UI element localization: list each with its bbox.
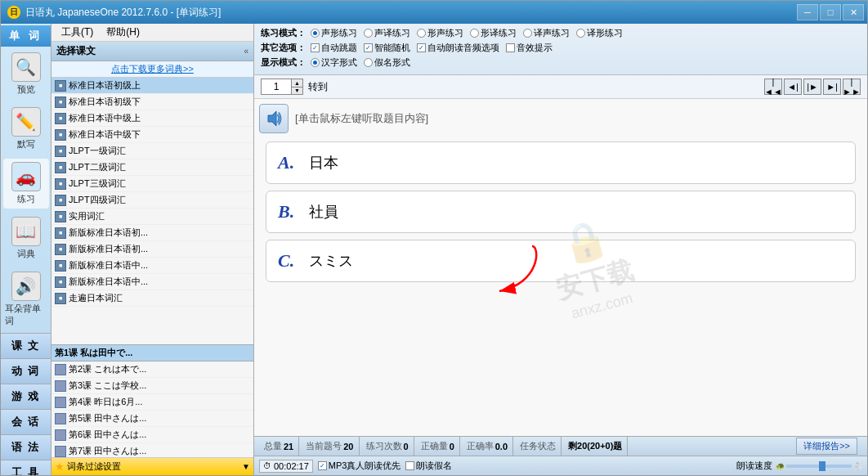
- sidebar-item-preview[interactable]: 🔍 预览: [3, 49, 49, 99]
- mode-trans-form-radio[interactable]: [576, 29, 585, 38]
- sidebar-item-conversation[interactable]: 会 话: [1, 409, 51, 434]
- mp3-checkbox[interactable]: [318, 461, 327, 470]
- opt-sound-effect[interactable]: 音效提示: [506, 42, 553, 54]
- menu-tools[interactable]: 工具(T): [55, 24, 100, 41]
- maximize-button[interactable]: □: [820, 4, 841, 20]
- sidebar-item-listening[interactable]: 🔊 耳朵背单词: [3, 268, 49, 330]
- course-item[interactable]: ■ JLPT一级词汇: [51, 143, 253, 159]
- mode-trans-voice[interactable]: 译声练习: [523, 27, 570, 39]
- mode-hearing[interactable]: 声形练习: [311, 27, 357, 39]
- collapse-button[interactable]: «: [244, 47, 248, 56]
- mp3-option[interactable]: MP3真人朗读优先: [318, 460, 401, 472]
- speed-control: 朗读速度 🐢 🐇: [736, 460, 862, 472]
- spinner-down[interactable]: ▼: [291, 88, 302, 95]
- course-item[interactable]: ■ 新版标准日本语初...: [51, 241, 253, 258]
- course-item[interactable]: ■ 新版标准日本语中...: [51, 258, 253, 274]
- opt-sound-effect-label: 音效提示: [517, 42, 553, 54]
- course-item[interactable]: ■ 标准日本语中级下: [51, 127, 253, 143]
- display-kanji-radio[interactable]: [311, 58, 320, 67]
- sidebar-item-lesson[interactable]: 课 文: [1, 333, 51, 358]
- menu-help[interactable]: 帮助(H): [100, 24, 146, 41]
- opt-smart-random[interactable]: 智能随机: [364, 42, 410, 54]
- sidebar-item-grammar[interactable]: 语 法: [1, 434, 51, 460]
- mode-hearing-radio[interactable]: [311, 29, 320, 38]
- course-item[interactable]: ■ 标准日本语中级上: [51, 110, 253, 127]
- mode-form[interactable]: 形译练习: [470, 27, 517, 39]
- mode-form-voice-radio[interactable]: [417, 29, 426, 38]
- choice-c[interactable]: C. スミス: [266, 240, 856, 282]
- practice-icon: 🚗: [11, 162, 41, 191]
- choice-c-letter: C.: [278, 250, 301, 272]
- download-link[interactable]: 点击下载更多词典>>: [51, 61, 253, 78]
- read-name-checkbox[interactable]: [405, 461, 414, 470]
- choice-b[interactable]: B. 社員: [266, 191, 856, 233]
- preview-label: 预览: [17, 83, 35, 96]
- choice-b-text: 社員: [309, 202, 338, 222]
- course-item[interactable]: ■ JLPT二级词汇: [51, 159, 253, 176]
- course-item[interactable]: ■ 新版标准日本语初...: [51, 225, 253, 241]
- mode-voice-trans[interactable]: 声译练习: [364, 27, 410, 39]
- mode-form-radio[interactable]: [470, 29, 479, 38]
- display-label: 显示模式：: [261, 56, 306, 69]
- sidebar-item-tools[interactable]: 工 具: [1, 460, 51, 475]
- nav-next-button[interactable]: |►: [803, 79, 821, 95]
- speaker-button[interactable]: [259, 104, 289, 133]
- display-kana[interactable]: 假名形式: [364, 56, 410, 69]
- opt-auto-jump-checkbox[interactable]: [311, 43, 320, 52]
- dictation-label: 默写: [17, 138, 35, 150]
- nav-first-button[interactable]: |◄◄: [764, 79, 782, 95]
- course-item[interactable]: ■ 实用词汇: [51, 209, 253, 225]
- mode-hearing-label: 声形练习: [321, 27, 357, 39]
- course-item[interactable]: ■ 标准日本语初级下: [51, 94, 253, 110]
- minimize-button[interactable]: ─: [797, 4, 818, 20]
- filter-star-icon: ★: [55, 460, 65, 473]
- lesson-item[interactable]: 第4课 昨日は6月...: [51, 394, 253, 411]
- sidebar-item-dictation[interactable]: ✏️ 默写: [3, 104, 49, 154]
- time-value: 00:02:17: [274, 461, 309, 471]
- close-button[interactable]: ✕: [843, 4, 864, 20]
- lesson-item[interactable]: 第5课 田中さんは...: [51, 411, 253, 427]
- sidebar-item-verb[interactable]: 动 词: [1, 358, 51, 384]
- filter-bar[interactable]: ★ 词条过滤设置 ▼: [51, 457, 253, 475]
- spinner-up[interactable]: ▲: [291, 79, 302, 88]
- number-input[interactable]: [262, 79, 291, 94]
- display-kanji[interactable]: 汉字形式: [311, 56, 357, 69]
- detail-report-button[interactable]: 详细报告>>: [796, 438, 857, 455]
- other-label: 其它选项：: [261, 42, 306, 54]
- mode-trans-voice-radio[interactable]: [523, 29, 532, 38]
- opt-auto-jump-label: 自动跳题: [321, 42, 357, 54]
- read-name-option[interactable]: 朗读假名: [405, 460, 452, 472]
- nav-prev-button[interactable]: ◄|: [784, 79, 802, 95]
- choice-a[interactable]: A. 日本: [266, 141, 856, 184]
- lesson-item[interactable]: 第2课 これは本で...: [51, 361, 253, 378]
- course-name: JLPT二级词汇: [69, 161, 126, 173]
- opt-auto-read-checkbox[interactable]: [417, 43, 426, 52]
- speed-handle[interactable]: [819, 461, 825, 471]
- course-item[interactable]: ■ 走遍日本词汇: [51, 290, 253, 307]
- nav-last-button[interactable]: |►►: [843, 79, 861, 95]
- course-item[interactable]: ■ JLPT三级词汇: [51, 176, 253, 192]
- opt-smart-random-checkbox[interactable]: [364, 43, 373, 52]
- opt-auto-jump[interactable]: 自动跳题: [311, 42, 357, 54]
- lesson-item[interactable]: 第7课 田中さんは...: [51, 443, 253, 457]
- speed-slider-group: 🐢 🐇: [776, 462, 862, 470]
- display-kana-radio[interactable]: [364, 58, 373, 67]
- course-item[interactable]: ■ JLPT四级词汇: [51, 192, 253, 209]
- lesson-panel-header[interactable]: 第1课 私は田中で...: [51, 345, 253, 361]
- course-item[interactable]: ■ 新版标准日本语中...: [51, 274, 253, 290]
- course-item[interactable]: ■ 标准日本语初级上: [51, 78, 253, 94]
- nav-next2-button[interactable]: ►|: [823, 79, 841, 95]
- sidebar-item-dictionary[interactable]: 📖 词典: [3, 213, 49, 263]
- filter-dropdown-icon: ▼: [242, 462, 250, 471]
- lesson-item[interactable]: 第3课 ここは学校...: [51, 378, 253, 394]
- sidebar-item-game[interactable]: 游 戏: [1, 384, 51, 409]
- speed-slider[interactable]: [786, 465, 852, 468]
- opt-auto-read[interactable]: 自动朗读音频选项: [417, 42, 499, 54]
- lesson-item[interactable]: 第6课 田中さんは...: [51, 427, 253, 443]
- opt-sound-effect-checkbox[interactable]: [506, 43, 515, 52]
- sidebar-item-practice[interactable]: 🚗 练习: [3, 159, 49, 209]
- mode-form-voice[interactable]: 形声练习: [417, 27, 463, 39]
- course-icon: ■: [55, 293, 66, 304]
- mode-trans-form[interactable]: 译形练习: [576, 27, 623, 39]
- mode-voice-trans-radio[interactable]: [364, 29, 373, 38]
